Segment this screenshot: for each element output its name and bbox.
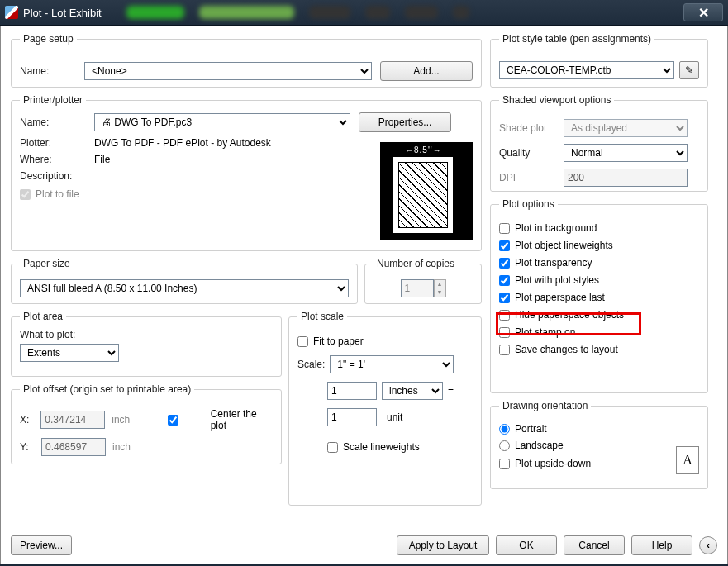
app-icon	[5, 6, 18, 19]
fit-to-paper-checkbox[interactable]	[297, 336, 308, 347]
plot-offset-group: Plot offset (origin set to printable are…	[11, 383, 282, 464]
window-title: Plot - Lot Exhibit	[23, 7, 102, 19]
plot-style-group: Plot style table (pen assignments) CEA-C…	[490, 33, 708, 88]
scale-numerator-input[interactable]	[327, 382, 377, 400]
ok-button[interactable]: OK	[496, 535, 557, 555]
printer-plotter-group: Printer/plotter Name: 🖨 DWG To PDF.pc3 P…	[11, 94, 482, 251]
plotstyle-legend: Plot style table (pen assignments)	[499, 33, 654, 45]
plot-styles-checkbox[interactable]	[499, 275, 510, 286]
papersize-legend: Paper size	[20, 258, 74, 269]
plot-paperspace-last-checkbox[interactable]	[499, 293, 510, 303]
copies-input	[401, 279, 434, 297]
plot-scale-group: Plot scale Fit to paper Scale: 1" = 1' i…	[288, 311, 482, 506]
offset-legend: Plot offset (origin set to printable are…	[20, 383, 194, 395]
plotscale-legend: Plot scale	[297, 311, 347, 322]
dpi-label: DPI	[499, 172, 557, 183]
collapse-button[interactable]: ‹	[699, 536, 717, 554]
where-label: Where:	[20, 154, 86, 165]
plot-to-file-checkbox	[20, 189, 31, 200]
unit-label: unit	[382, 411, 443, 423]
what-to-plot-label: What to plot:	[20, 329, 75, 340]
plotstyle-select[interactable]: CEA-COLOR-TEMP.ctb	[499, 61, 674, 79]
plot-lineweights-checkbox[interactable]	[499, 240, 510, 251]
paper-width-dim: ←8.5''→	[405, 145, 442, 155]
quality-select[interactable]: Normal	[564, 144, 688, 162]
fit-to-paper-label: Fit to paper	[313, 335, 364, 347]
shadeplot-label: Shade plot	[499, 122, 557, 134]
hide-paperspace-label: Hide paperspace objects	[515, 309, 624, 321]
plot-transparency-checkbox[interactable]	[499, 258, 510, 269]
paper-size-group: Paper size ANSI full bleed A (8.50 x 11.…	[11, 258, 358, 304]
help-button[interactable]: Help	[631, 535, 692, 555]
plot-stamp-label: Plot stamp on	[515, 326, 575, 338]
cancel-button[interactable]: Cancel	[564, 535, 625, 555]
pagesetup-name-select[interactable]: <None>	[84, 62, 372, 80]
scale-denominator-input[interactable]	[327, 408, 377, 426]
spin-up-icon: ▲	[435, 280, 445, 288]
dialog-button-row: Preview... Apply to Layout OK Cancel Hel…	[11, 535, 717, 555]
scale-unit-select[interactable]: inches	[382, 382, 443, 400]
equals-label: =	[448, 385, 454, 397]
plot-styles-label: Plot with plot styles	[515, 274, 599, 286]
center-plot-checkbox[interactable]	[142, 415, 204, 426]
plot-to-file-label: Plot to file	[36, 188, 79, 200]
shaded-viewport-group: Shaded viewport options Shade plotAs dis…	[490, 94, 708, 192]
upside-down-checkbox[interactable]	[499, 459, 510, 469]
apply-to-layout-button[interactable]: Apply to Layout	[397, 535, 489, 555]
orient-legend: Drawing orientation	[499, 400, 591, 411]
plot-paperspace-last-label: Plot paperspace last	[515, 292, 605, 303]
x-label: X:	[20, 414, 34, 426]
plot-transparency-label: Plot transparency	[515, 257, 592, 269]
plot-area-group: Plot area What to plot: Extents	[11, 311, 282, 377]
plotter-label: Plotter:	[20, 137, 86, 149]
save-changes-label: Save changes to layout	[515, 344, 618, 355]
preview-button[interactable]: Preview...	[11, 535, 72, 555]
blurred-background	[126, 6, 469, 19]
chevron-left-icon: ‹	[707, 540, 710, 551]
hide-paperspace-checkbox[interactable]	[499, 310, 510, 321]
papersize-select[interactable]: ANSI full bleed A (8.50 x 11.00 Inches)	[20, 279, 349, 297]
portrait-radio[interactable]	[499, 424, 510, 435]
plot-lineweights-label: Plot object lineweights	[515, 240, 613, 251]
scale-lineweights-label: Scale lineweights	[343, 441, 420, 453]
description-label: Description:	[20, 170, 86, 182]
printer-legend: Printer/plotter	[20, 94, 86, 106]
page-setup-legend: Page setup	[20, 33, 77, 45]
copies-spinner: ▲▼	[434, 279, 446, 297]
upside-down-label: Plot upside-down	[515, 458, 591, 469]
landscape-radio[interactable]	[499, 440, 510, 451]
plot-background-checkbox[interactable]	[499, 223, 510, 234]
printer-name-select[interactable]: 🖨 DWG To PDF.pc3	[94, 113, 350, 131]
titlebar: Plot - Lot Exhibit ✕	[0, 0, 728, 26]
copies-group: Number of copies ▲▼	[364, 258, 482, 304]
y-unit: inch	[112, 441, 131, 453]
quality-label: Quality	[499, 147, 557, 159]
plotarea-legend: Plot area	[20, 311, 66, 322]
scale-label: Scale:	[297, 359, 325, 370]
dpi-input	[564, 169, 688, 187]
spin-down-icon: ▼	[435, 288, 445, 297]
portrait-label: Portrait	[515, 423, 547, 435]
y-offset-input	[41, 438, 106, 456]
x-unit: inch	[112, 414, 136, 426]
save-changes-checkbox[interactable]	[499, 345, 510, 355]
orientation-group: Drawing orientation Portrait Landscape P…	[490, 400, 708, 489]
scale-lineweights-checkbox[interactable]	[327, 442, 338, 453]
plotopts-legend: Plot options	[499, 198, 558, 210]
plot-options-group: Plot options Plot in background Plot obj…	[490, 198, 708, 393]
where-value: File	[94, 154, 110, 165]
properties-button[interactable]: Properties...	[359, 112, 451, 132]
pagesetup-name-label: Name:	[20, 65, 76, 77]
shadeplot-select: As displayed	[564, 119, 688, 137]
plot-stamp-checkbox[interactable]	[499, 327, 510, 338]
what-to-plot-select[interactable]: Extents	[20, 344, 119, 362]
edit-plotstyle-button[interactable]: ✎	[679, 61, 699, 79]
add-pagesetup-button[interactable]: Add...	[380, 61, 473, 81]
center-plot-label: Center the plot	[211, 408, 273, 431]
pencil-icon: ✎	[685, 64, 693, 76]
close-button[interactable]: ✕	[683, 3, 723, 21]
plot-dialog: Page setup Name: <None> Add... Printer/p…	[0, 26, 728, 564]
paper-preview: ←8.5''→ ←11.0''→	[380, 142, 473, 240]
copies-legend: Number of copies	[374, 258, 458, 269]
scale-select[interactable]: 1" = 1'	[330, 355, 454, 373]
